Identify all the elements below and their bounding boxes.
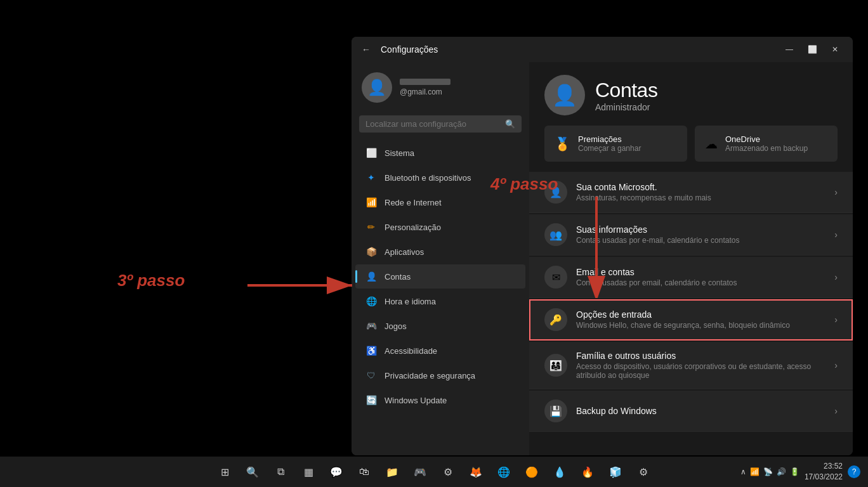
tile-icon-premiacoes: 🏅 bbox=[555, 136, 570, 152]
sidebar-item-contas[interactable]: 👤 Contas bbox=[355, 264, 525, 289]
task-view-button[interactable]: ⧉ bbox=[268, 459, 293, 484]
settings-icon-backup-windows: 💾 bbox=[544, 399, 567, 422]
search-input[interactable] bbox=[365, 119, 500, 129]
content-avatar: 👤 bbox=[544, 75, 585, 115]
tray-wifi[interactable]: 📡 bbox=[763, 467, 773, 476]
settings-title-suas-informacoes: Suas informações bbox=[576, 224, 834, 235]
nav-label-acessibilidade: Acessibilidade bbox=[385, 346, 437, 356]
step3-arrow bbox=[247, 273, 362, 298]
tile-name-premiacoes: Premiações bbox=[578, 134, 641, 144]
settings-desc-email-contas: Contas usadas por email, calendário e co… bbox=[576, 278, 834, 287]
content-area: 👤 Contas Administrador 🏅 Premiações Come… bbox=[529, 62, 853, 455]
nav-icon-bluetooth: ✦ bbox=[365, 172, 377, 183]
nav-icon-contas: 👤 bbox=[365, 271, 377, 282]
chevron-familia-usuarios: › bbox=[834, 360, 838, 370]
tile-onedrive[interactable]: ☁ OneDrive Armazenado em backup bbox=[695, 126, 838, 162]
start-button[interactable]: ⊞ bbox=[212, 459, 237, 484]
sidebar-item-privacidade[interactable]: 🛡 Privacidade e segurança bbox=[355, 363, 525, 387]
settings-item-microsoft-account[interactable]: 👤 Sua conta Microsoft. Assinaturas, reco… bbox=[529, 172, 853, 213]
settings-title-familia-usuarios: Família e outros usuários bbox=[576, 351, 834, 361]
settings-content-opcoes-entrada: Opções de entrada Windows Hello, chave d… bbox=[576, 309, 834, 330]
settings-content-familia-usuarios: Família e outros usuários Acesso do disp… bbox=[576, 351, 834, 380]
nav-label-sistema: Sistema bbox=[385, 148, 414, 158]
sidebar-item-personalizacao[interactable]: ✏ Personalização bbox=[355, 215, 525, 239]
search-icon: 🔍 bbox=[505, 119, 515, 129]
sidebar-item-rede[interactable]: 📶 Rede e Internet bbox=[355, 190, 525, 214]
app7-button[interactable]: ⚙ bbox=[435, 459, 461, 484]
chevron-email-contas: › bbox=[834, 272, 838, 282]
quick-tiles: 🏅 Premiações Começar a ganhar ☁ OneDrive… bbox=[529, 126, 853, 172]
settings-desc-familia-usuarios: Acesso do dispositivo, usuários corporat… bbox=[576, 362, 834, 380]
nav-label-hora: Hora e idioma bbox=[385, 297, 436, 306]
nav-label-rede: Rede e Internet bbox=[385, 198, 442, 207]
user-email: @gmail.com bbox=[400, 88, 450, 96]
settings-content-microsoft-account: Sua conta Microsoft. Assinaturas, recomp… bbox=[576, 182, 834, 202]
app9-button[interactable]: 🟠 bbox=[519, 459, 544, 484]
title-bar: ← Configurações — ⬜ ✕ bbox=[352, 37, 853, 62]
nav-icon-aplicativos: 📦 bbox=[365, 246, 377, 257]
app10-button[interactable]: 💧 bbox=[547, 459, 572, 484]
system-tray: ∧ 📶 📡 🔊 🔋 bbox=[740, 467, 799, 476]
settings-icon-email-contas: ✉ bbox=[544, 266, 567, 289]
search-box[interactable]: 🔍 bbox=[359, 115, 522, 133]
clock[interactable]: 23:52 17/03/2022 bbox=[805, 461, 843, 483]
tray-expand[interactable]: ∧ bbox=[740, 467, 746, 476]
avatar: 👤 bbox=[362, 72, 392, 103]
nav-icon-personalizacao: ✏ bbox=[365, 221, 377, 233]
search-taskbar-button[interactable]: 🔍 bbox=[240, 459, 265, 484]
content-user-icon: 👤 bbox=[552, 83, 577, 107]
maximize-button[interactable]: ⬜ bbox=[802, 41, 822, 58]
settings-item-backup-windows[interactable]: 💾 Backup do Windows › bbox=[529, 391, 853, 432]
tray-network[interactable]: 📶 bbox=[750, 467, 760, 476]
chevron-microsoft-account: › bbox=[834, 187, 838, 197]
chevron-backup-windows: › bbox=[834, 406, 838, 416]
user-name-bar bbox=[400, 79, 450, 85]
sidebar-item-sistema[interactable]: ⬜ Sistema bbox=[355, 141, 525, 165]
widgets-button[interactable]: ▦ bbox=[296, 459, 321, 484]
navigation: ⬜ Sistema ✦ Bluetooth e dispositivos 📶 R… bbox=[352, 140, 529, 413]
tile-desc-onedrive: Armazenado em backup bbox=[725, 144, 808, 153]
settings-desc-opcoes-entrada: Windows Hello, chave de segurança, senha… bbox=[576, 321, 834, 330]
sidebar-item-windows-update[interactable]: 🔄 Windows Update bbox=[355, 388, 525, 412]
app8-button[interactable]: 🦊 bbox=[463, 459, 489, 484]
nav-icon-jogos: 🎮 bbox=[365, 320, 377, 332]
tile-premiacoes[interactable]: 🏅 Premiações Começar a ganhar bbox=[544, 126, 687, 162]
file-explorer-button[interactable]: 📁 bbox=[379, 459, 405, 484]
nav-label-aplicativos: Aplicativos bbox=[385, 247, 424, 257]
nav-label-personalizacao: Personalização bbox=[385, 223, 441, 232]
sidebar-item-hora[interactable]: 🌐 Hora e idioma bbox=[355, 289, 525, 313]
settings-body: 👤 @gmail.com 🔍 ⬜ Sistema ✦ Bluetooth e d… bbox=[352, 62, 853, 455]
settings-title-microsoft-account: Sua conta Microsoft. bbox=[576, 182, 834, 192]
sidebar-item-acessibilidade[interactable]: ♿ Acessibilidade bbox=[355, 339, 525, 363]
sidebar-item-aplicativos[interactable]: 📦 Aplicativos bbox=[355, 240, 525, 264]
chrome-button[interactable]: 🌐 bbox=[491, 459, 516, 484]
sidebar-item-bluetooth[interactable]: ✦ Bluetooth e dispositivos bbox=[355, 166, 525, 190]
settings-taskbar-button[interactable]: ⚙ bbox=[631, 459, 656, 484]
user-profile: 👤 @gmail.com bbox=[352, 62, 529, 115]
close-button[interactable]: ✕ bbox=[825, 41, 845, 58]
nav-label-contas: Contas bbox=[385, 272, 411, 282]
settings-item-email-contas[interactable]: ✉ Email e contas Contas usadas por email… bbox=[529, 257, 853, 298]
tray-volume[interactable]: 🔊 bbox=[777, 467, 786, 476]
teams-button[interactable]: 💬 bbox=[324, 459, 349, 484]
settings-item-suas-informacoes[interactable]: 👥 Suas informações Contas usadas por e-m… bbox=[529, 214, 853, 256]
app12-button[interactable]: 🧊 bbox=[603, 459, 628, 484]
nav-icon-acessibilidade: ♿ bbox=[365, 345, 377, 356]
settings-item-opcoes-entrada[interactable]: 🔑 Opções de entrada Windows Hello, chave… bbox=[529, 299, 853, 341]
settings-desc-suas-informacoes: Contas usadas por e-mail, calendário e c… bbox=[576, 236, 834, 245]
sidebar-item-jogos[interactable]: 🎮 Jogos bbox=[355, 314, 525, 338]
store-button[interactable]: 🛍 bbox=[352, 459, 377, 484]
tile-icon-onedrive: ☁ bbox=[705, 136, 718, 152]
content-title-block: Contas Administrador bbox=[595, 79, 838, 112]
nav-icon-sistema: ⬜ bbox=[365, 147, 377, 159]
settings-icon-suas-informacoes: 👥 bbox=[544, 223, 567, 246]
tray-battery[interactable]: 🔋 bbox=[790, 467, 799, 476]
settings-item-familia-usuarios[interactable]: 👨‍👩‍👧 Família e outros usuários Acesso d… bbox=[529, 342, 853, 389]
discord-button[interactable]: 🎮 bbox=[407, 459, 433, 484]
taskbar-center: ⊞ 🔍 ⧉ ▦ 💬 🛍 📁 🎮 ⚙ 🦊 🌐 🟠 💧 🔥 🧊 ⚙ bbox=[212, 459, 656, 484]
back-button[interactable]: ← bbox=[359, 42, 373, 57]
settings-icon-opcoes-entrada: 🔑 bbox=[544, 308, 567, 331]
help-button[interactable]: ? bbox=[848, 465, 860, 478]
app11-button[interactable]: 🔥 bbox=[575, 459, 600, 484]
minimize-button[interactable]: — bbox=[779, 41, 799, 58]
